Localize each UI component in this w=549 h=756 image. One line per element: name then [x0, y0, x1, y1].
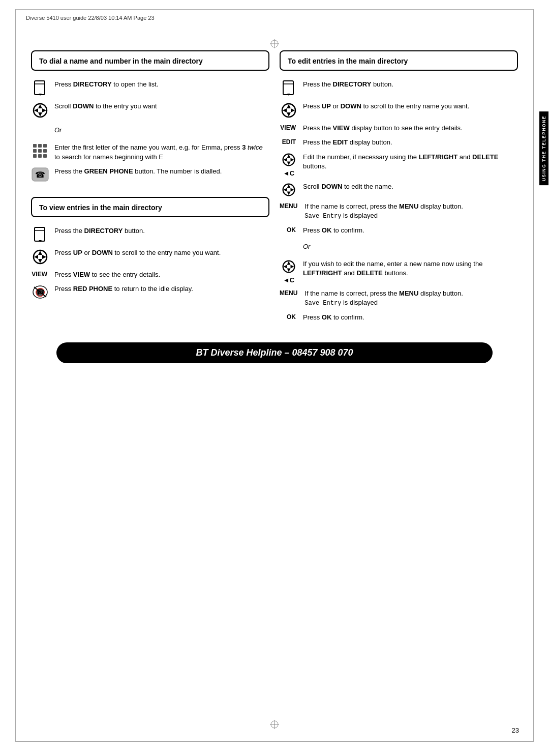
view-section-box: To view entries in the main directory — [31, 197, 269, 217]
book-icon — [31, 80, 49, 97]
edit-menu-label: MENU — [280, 202, 299, 210]
svg-marker-72 — [284, 265, 287, 268]
top-crosshair — [26, 39, 523, 48]
edit-step-8: OK Press OK to confirm. — [280, 226, 518, 235]
nav-icon-2 — [31, 249, 49, 265]
view-section-title: To view entries in the main directory — [39, 203, 261, 212]
edit-nav-icon-4 — [282, 259, 296, 275]
side-tab-text: USING THE TELEPHONE — [541, 115, 546, 181]
edit-nav-icon-3 — [280, 183, 298, 197]
svg-marker-58 — [291, 108, 295, 112]
svg-rect-36 — [43, 154, 47, 158]
svg-marker-27 — [42, 108, 46, 112]
edit-section-title: To edit entries in the main directory — [288, 56, 510, 66]
svg-marker-67 — [284, 188, 287, 191]
edit-step-10-text: If the name is correct, press the MENU d… — [304, 289, 518, 308]
view-step-3: VIEW Press VIEW to see the entry details… — [31, 270, 269, 279]
svg-rect-39 — [35, 227, 45, 241]
view-instruction-list: Press the DIRECTORY button. Press UP or — [31, 226, 269, 299]
dial-step-3: Enter the first letter of the name you w… — [31, 143, 269, 161]
view-step-2: Press UP or DOWN to scroll to the entry … — [31, 248, 269, 265]
edit-instruction-list: Press the DIRECTORY button. Press UP or — [280, 80, 518, 322]
svg-marker-56 — [287, 112, 291, 117]
edit-view-label: VIEW — [280, 124, 298, 131]
dial-instruction-list: Press DIRECTORY to open the list. Scroll — [31, 80, 269, 182]
dial-or-text: Or — [54, 126, 269, 135]
svg-marker-68 — [291, 188, 294, 191]
dial-step-2: Scroll DOWN to the entry you want — [31, 102, 269, 119]
edit-step-4-text: Press the EDIT display button. — [303, 138, 518, 147]
edit-step-9-text: If you wish to edit the name, enter a ne… — [303, 259, 518, 278]
svg-marker-57 — [283, 108, 287, 112]
view-step-1: Press the DIRECTORY button. — [31, 226, 269, 243]
svg-marker-66 — [287, 191, 291, 195]
edit-step-2: Press UP or DOWN to scroll to the entry … — [280, 102, 518, 119]
svg-rect-20 — [35, 81, 45, 95]
page-border: Diverse 5410 user guide 22/8/03 10:14 AM… — [15, 9, 534, 742]
dial-step-3-text: Enter the first letter of the name you w… — [54, 143, 269, 161]
edit-menu-label-2: MENU — [280, 289, 299, 297]
svg-marker-43 — [38, 251, 42, 255]
svg-rect-30 — [43, 144, 47, 148]
edit-step-8-text: Press OK to confirm. — [303, 226, 518, 235]
svg-marker-63 — [291, 158, 294, 161]
edit-step-3-text: Press the VIEW display button to see the… — [303, 124, 518, 133]
dial-section-title: To dial a name and number in the main di… — [39, 56, 261, 66]
side-tab: USING THE TELEPHONE — [539, 111, 548, 185]
edit-step-11-text: Press OK to confirm. — [303, 313, 518, 322]
main-content: To dial a name and number in the main di… — [26, 50, 523, 327]
svg-rect-34 — [33, 154, 37, 158]
dial-step-1: Press DIRECTORY to open the list. — [31, 80, 269, 97]
svg-marker-55 — [287, 104, 291, 108]
svg-marker-60 — [287, 154, 291, 158]
header-text: Diverse 5410 user guide 22/8/03 10:14 AM… — [26, 15, 155, 21]
edit-edit-label: EDIT — [280, 138, 298, 146]
svg-marker-25 — [38, 112, 42, 117]
edit-section-box: To edit entries in the main directory — [280, 50, 518, 71]
svg-marker-70 — [287, 261, 291, 265]
edit-step-9: ◄C If you wish to edit the name, enter a… — [280, 259, 518, 284]
svg-rect-32 — [38, 149, 42, 153]
dial-section-box: To dial a name and number in the main di… — [31, 50, 269, 71]
green-phone-icon: ☎ — [31, 167, 49, 182]
edit-step-10: MENU If the name is correct, press the M… — [280, 289, 518, 308]
edit-step-3: VIEW Press the VIEW display button to se… — [280, 124, 518, 133]
svg-rect-31 — [33, 149, 37, 153]
edit-step-5-text: Edit the number, if necessary using the … — [303, 153, 518, 171]
left-column: To dial a name and number in the main di… — [31, 50, 269, 327]
backc-icon: ◄C — [283, 169, 294, 177]
bottom-crosshair — [270, 720, 279, 731]
edit-step-1-text: Press the DIRECTORY button. — [303, 80, 518, 89]
svg-rect-28 — [33, 144, 37, 148]
dial-step-4-text: Press the GREEN PHONE button. The number… — [54, 167, 269, 176]
svg-marker-24 — [38, 104, 42, 108]
view-label: VIEW — [31, 271, 49, 278]
edit-step-1: Press the DIRECTORY button. — [280, 80, 518, 97]
svg-marker-26 — [34, 108, 38, 112]
dial-or: Or — [31, 124, 269, 138]
view-step-4-text: Press RED PHONE to return to the idle di… — [54, 284, 269, 294]
red-phone-icon: 📵 ☎ — [31, 285, 49, 299]
svg-rect-29 — [38, 144, 42, 148]
edit-nav-icon — [280, 102, 298, 119]
svg-rect-33 — [43, 149, 47, 153]
view-step-3-text: Press VIEW to see the entry details. — [54, 270, 269, 279]
right-column: To edit entries in the main directory Pr… — [280, 50, 518, 327]
edit-step-7-text: If the name is correct, press the MENU d… — [304, 202, 518, 221]
svg-marker-62 — [284, 158, 287, 161]
footer-text: BT Diverse Helpline – 08457 908 070 — [196, 347, 353, 358]
view-step-2-text: Press UP or DOWN to scroll to the entry … — [54, 248, 269, 257]
svg-marker-44 — [38, 259, 42, 263]
book-icon-2 — [31, 227, 49, 243]
edit-step-2-text: Press UP or DOWN to scroll to the entry … — [303, 102, 518, 111]
backc-icon-2: ◄C — [283, 276, 294, 284]
edit-nav-icon-2 — [282, 153, 296, 168]
svg-marker-65 — [287, 184, 291, 188]
view-step-4: 📵 ☎ Press RED PHONE to return to the idl… — [31, 284, 269, 299]
svg-marker-73 — [291, 265, 294, 268]
svg-marker-71 — [287, 268, 291, 272]
edit-ok-label-2: OK — [280, 313, 298, 321]
dial-step-1-text: Press DIRECTORY to open the list. — [54, 80, 269, 89]
edit-or: Or — [280, 240, 518, 254]
dial-step-4: ☎ Press the GREEN PHONE button. The numb… — [31, 167, 269, 182]
